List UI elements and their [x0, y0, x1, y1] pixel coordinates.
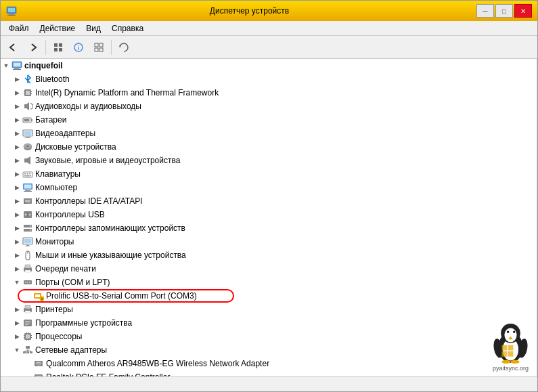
- video-label: Видеоадаптеры: [35, 129, 95, 138]
- video-expander[interactable]: ▶: [12, 128, 22, 139]
- bluetooth-expander[interactable]: ▶: [12, 74, 22, 85]
- device-tree[interactable]: ▼ cinquefoil ▶: [1, 59, 537, 376]
- svg-rect-46: [25, 190, 30, 191]
- tree-item-processors[interactable]: ▶ Процессоры: [1, 330, 537, 343]
- svg-rect-95: [26, 351, 29, 353]
- tree-item-prolific[interactable]: ▶ ! Prolific USB-to-Serial Comm Port (CO…: [1, 289, 537, 303]
- svg-rect-96: [30, 351, 32, 353]
- sound-expander[interactable]: ▶: [12, 155, 22, 166]
- ports-expander[interactable]: ▼: [12, 277, 22, 288]
- tree-item-computer[interactable]: ▶ Компьютер: [1, 181, 537, 194]
- prolific-label: Prolific USB-to-Serial Comm Port (COM3): [46, 291, 197, 301]
- svg-rect-87: [31, 335, 32, 336]
- svg-rect-32: [24, 137, 31, 138]
- svg-rect-22: [24, 93, 24, 94]
- monitors-label: Мониторы: [35, 237, 74, 246]
- keyboard-expander[interactable]: ▶: [12, 169, 22, 179]
- svg-rect-62: [25, 246, 30, 246]
- tree-item-network[interactable]: ▼ Сетевые адаптеры: [1, 343, 537, 357]
- tree-item-storage[interactable]: ▶ Контроллеры запоминающих устройств: [1, 221, 537, 235]
- processors-expander[interactable]: ▶: [12, 331, 22, 342]
- refresh-button[interactable]: [114, 39, 133, 56]
- computer-expander[interactable]: ▶: [12, 182, 22, 193]
- svg-line-98: [24, 351, 28, 352]
- svg-point-71: [29, 282, 30, 283]
- svg-rect-67: [25, 270, 30, 272]
- battery-expander[interactable]: ▶: [12, 114, 22, 125]
- tree-item-qualcomm[interactable]: ▶ Qualcomm Atheros AR9485WB-EG Wireless …: [1, 357, 537, 370]
- show-view-button[interactable]: [49, 39, 68, 56]
- svg-point-115: [504, 328, 516, 342]
- close-button[interactable]: ✕: [514, 4, 532, 18]
- svg-rect-89: [26, 332, 27, 333]
- tree-item-ports[interactable]: ▼ Порты (COM и LPT): [1, 276, 537, 289]
- computer-label: Компьютер: [35, 183, 77, 192]
- svg-rect-17: [14, 68, 20, 69]
- tree-item-usb[interactable]: ▶ Контроллеры USB: [1, 208, 537, 221]
- svg-rect-47: [24, 191, 32, 192]
- battery-label: Батареи: [35, 115, 66, 125]
- printers-label: Принтеры: [35, 305, 73, 314]
- maximize-button[interactable]: □: [495, 4, 513, 18]
- menu-view[interactable]: Вид: [81, 22, 106, 35]
- printers-icon: [22, 304, 33, 315]
- usb-expander[interactable]: ▶: [12, 209, 22, 220]
- network-expander[interactable]: ▼: [12, 345, 22, 355]
- tree-item-battery[interactable]: ▶ Батареи: [1, 113, 537, 127]
- svg-rect-91: [26, 340, 27, 341]
- svg-rect-60: [24, 239, 32, 244]
- tree-item-audio[interactable]: ▶ Аудиовходы и аудиовыходы: [1, 100, 537, 113]
- tree-item-monitors[interactable]: ▶ Мониторы: [1, 235, 537, 248]
- tree-item-printers[interactable]: ▶ Принтеры: [1, 303, 537, 316]
- intel-thermal-expander[interactable]: ▶: [12, 87, 22, 98]
- minimize-button[interactable]: ─: [476, 4, 494, 18]
- menu-action[interactable]: Действие: [35, 22, 81, 35]
- processors-label: Процессоры: [35, 332, 83, 341]
- penguin-logo: [489, 321, 533, 365]
- svg-rect-77: [25, 305, 30, 309]
- tree-item-ide[interactable]: ▶ Контроллеры IDE ATA/ATAPI: [1, 194, 537, 208]
- disk-expander[interactable]: ▶: [12, 141, 22, 152]
- tree-item-mice[interactable]: ▶ Мыши и иные указывающие устройства: [1, 248, 537, 262]
- tree-item-print-queue[interactable]: ▶ Очереди печати: [1, 262, 537, 276]
- svg-rect-126: [508, 345, 514, 351]
- mice-expander[interactable]: ▶: [12, 250, 22, 261]
- video-icon: [22, 128, 33, 139]
- tree-item-disk[interactable]: ▶ Дисковые устройства: [1, 140, 537, 154]
- properties-button[interactable]: i: [69, 39, 88, 56]
- audio-expander[interactable]: ▶: [12, 101, 22, 112]
- monitors-expander[interactable]: ▶: [12, 236, 22, 247]
- forward-button[interactable]: [24, 39, 43, 56]
- keyboard-label: Клавиатуры: [35, 169, 81, 179]
- svg-rect-73: [35, 295, 40, 297]
- back-button[interactable]: [3, 39, 22, 56]
- update-button[interactable]: [89, 39, 108, 56]
- svg-rect-43: [30, 175, 31, 177]
- tree-item-software[interactable]: ▶ Программные устройства: [1, 316, 537, 330]
- mice-icon: [22, 250, 33, 261]
- svg-rect-27: [31, 119, 32, 121]
- tree-item-bluetooth[interactable]: ▶ Bluetooth: [1, 72, 537, 86]
- tree-item-video[interactable]: ▶ Видеоадаптеры: [1, 127, 537, 140]
- svg-point-69: [25, 282, 26, 283]
- print-queue-expander[interactable]: ▶: [12, 263, 22, 274]
- svg-rect-13: [99, 48, 103, 51]
- tree-item-sound[interactable]: ▶ Звуковые, игровые и видеоустройства: [1, 154, 537, 167]
- menu-file[interactable]: Файл: [3, 22, 35, 35]
- software-expander[interactable]: ▶: [12, 318, 22, 328]
- svg-rect-31: [26, 137, 30, 137]
- printers-expander[interactable]: ▶: [12, 304, 22, 315]
- tree-item-realtek[interactable]: ▶ Realtek PCIe FE Family Controller: [1, 370, 537, 376]
- root-expander[interactable]: ▼: [1, 60, 12, 71]
- menu-help[interactable]: Справка: [106, 22, 149, 35]
- svg-rect-30: [24, 131, 32, 135]
- tree-item-intel-thermal[interactable]: ▶ Intel(R) Dynamic Platform and Thermal …: [1, 86, 537, 100]
- tree-root[interactable]: ▼ cinquefoil: [1, 59, 537, 72]
- svg-rect-61: [26, 245, 29, 246]
- title-bar: Диспетчер устройств ─ □ ✕: [1, 1, 537, 21]
- storage-icon: [22, 223, 33, 234]
- ide-expander[interactable]: ▶: [12, 196, 22, 206]
- tree-item-keyboard[interactable]: ▶ Клавиатуры: [1, 167, 537, 181]
- storage-expander[interactable]: ▶: [12, 223, 22, 234]
- svg-rect-78: [25, 311, 30, 313]
